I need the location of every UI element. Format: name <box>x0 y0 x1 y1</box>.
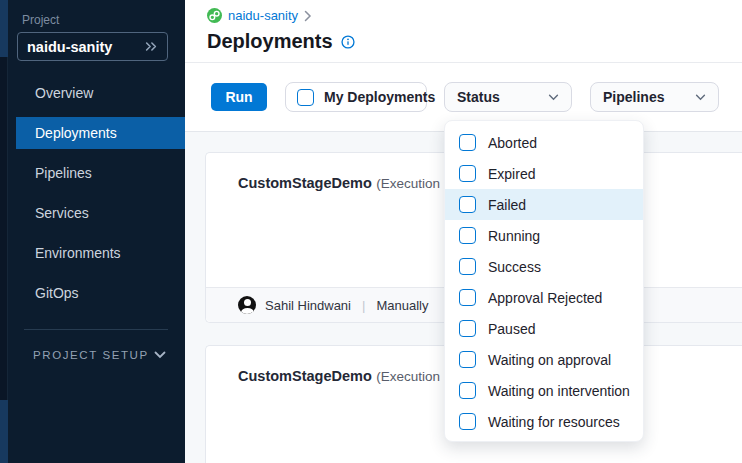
cd-module-icon <box>207 8 222 23</box>
option-checkbox[interactable] <box>459 134 476 151</box>
status-option-expired[interactable]: Expired <box>445 158 643 189</box>
triggered-by: Sahil Hindwani <box>265 298 351 313</box>
sidebar: Project naidu-sanity Overview Deployment… <box>8 0 185 463</box>
option-label: Aborted <box>488 135 537 151</box>
option-label: Running <box>488 228 540 244</box>
run-button-label: Run <box>225 89 252 105</box>
module-rail <box>0 0 8 463</box>
sidebar-item-label: GitOps <box>35 285 79 301</box>
chevron-down-icon <box>154 351 166 359</box>
status-option-approval-rejected[interactable]: Approval Rejected <box>445 282 643 313</box>
execution-title: CustomStageDemo (Execution Id <box>238 367 455 385</box>
status-filter-label: Status <box>457 89 500 105</box>
option-label: Success <box>488 259 541 275</box>
option-checkbox[interactable] <box>459 351 476 368</box>
pipelines-filter-dropdown[interactable]: Pipelines <box>590 82 719 112</box>
page-header: naidu-sanity Deployments <box>185 0 742 63</box>
option-label: Paused <box>488 321 535 337</box>
status-option-waiting-on-intervention[interactable]: Waiting on intervention <box>445 375 643 406</box>
main-area: naidu-sanity Deployments Run My Deployme… <box>185 0 742 463</box>
status-dropdown-menu: Aborted Expired Failed Running Success A… <box>444 120 644 442</box>
breadcrumb-project-link[interactable]: naidu-sanity <box>228 8 298 23</box>
sidebar-item-environments[interactable]: Environments <box>16 237 185 269</box>
page-title: Deployments <box>207 30 333 53</box>
status-option-aborted[interactable]: Aborted <box>445 127 643 158</box>
pipeline-name: CustomStageDemo <box>238 175 372 191</box>
module-rail-accent-bottom <box>0 400 8 463</box>
trigger-type: Manually <box>376 298 428 313</box>
module-rail-accent-top <box>0 0 8 57</box>
my-deployments-toggle[interactable]: My Deployments <box>285 82 427 112</box>
sidebar-divider <box>24 329 168 330</box>
status-option-failed[interactable]: Failed <box>445 189 643 220</box>
sidebar-item-label: Overview <box>35 85 93 101</box>
page-title-row: Deployments <box>207 30 355 53</box>
pipeline-name: CustomStageDemo <box>238 368 372 384</box>
status-option-running[interactable]: Running <box>445 220 643 251</box>
sidebar-item-label: Pipelines <box>35 165 92 181</box>
footer-separator: | <box>362 298 365 313</box>
option-checkbox[interactable] <box>459 413 476 430</box>
sidebar-item-label: Deployments <box>35 125 117 141</box>
option-checkbox[interactable] <box>459 165 476 182</box>
project-setup-section[interactable]: PROJECT SETUP <box>33 349 166 361</box>
status-filter-dropdown[interactable]: Status <box>444 82 572 112</box>
chevron-right-icon <box>304 10 312 22</box>
project-selector[interactable]: naidu-sanity <box>17 32 168 61</box>
info-icon[interactable] <box>341 35 355 49</box>
option-label: Failed <box>488 197 526 213</box>
status-option-waiting-for-resources[interactable]: Waiting for resources <box>445 406 643 437</box>
pipelines-filter-label: Pipelines <box>603 89 664 105</box>
status-option-paused[interactable]: Paused <box>445 313 643 344</box>
sidebar-item-label: Environments <box>35 245 121 261</box>
option-checkbox[interactable] <box>459 227 476 244</box>
project-selector-value: naidu-sanity <box>27 39 112 55</box>
option-checkbox[interactable] <box>459 289 476 306</box>
option-checkbox[interactable] <box>459 196 476 213</box>
execution-title: CustomStageDemo (Execution Id <box>238 174 455 192</box>
breadcrumb: naidu-sanity <box>207 8 312 23</box>
sidebar-item-pipelines[interactable]: Pipelines <box>16 157 185 189</box>
double-chevron-right-icon <box>144 41 158 52</box>
app-window: Project naidu-sanity Overview Deployment… <box>0 0 742 463</box>
sidebar-item-overview[interactable]: Overview <box>16 77 185 109</box>
chevron-down-icon <box>695 94 706 101</box>
option-label: Waiting on intervention <box>488 383 630 399</box>
sidebar-item-services[interactable]: Services <box>16 197 185 229</box>
sidebar-item-deployments[interactable]: Deployments <box>16 117 185 149</box>
status-option-waiting-on-approval[interactable]: Waiting on approval <box>445 344 643 375</box>
option-label: Waiting for resources <box>488 414 620 430</box>
option-label: Waiting on approval <box>488 352 611 368</box>
my-deployments-checkbox[interactable] <box>297 89 314 106</box>
option-checkbox[interactable] <box>459 382 476 399</box>
chevron-down-icon <box>548 94 559 101</box>
status-option-success[interactable]: Success <box>445 251 643 282</box>
user-avatar-icon <box>238 296 256 314</box>
sidebar-nav: Overview Deployments Pipelines Services … <box>16 77 185 317</box>
my-deployments-label: My Deployments <box>324 89 435 105</box>
project-setup-label: PROJECT SETUP <box>33 349 149 361</box>
option-label: Approval Rejected <box>488 290 602 306</box>
sidebar-item-gitops[interactable]: GitOps <box>16 277 185 309</box>
sidebar-item-label: Services <box>35 205 89 221</box>
option-checkbox[interactable] <box>459 258 476 275</box>
option-checkbox[interactable] <box>459 320 476 337</box>
run-button[interactable]: Run <box>211 83 267 111</box>
project-label: Project <box>22 13 59 27</box>
option-label: Expired <box>488 166 535 182</box>
